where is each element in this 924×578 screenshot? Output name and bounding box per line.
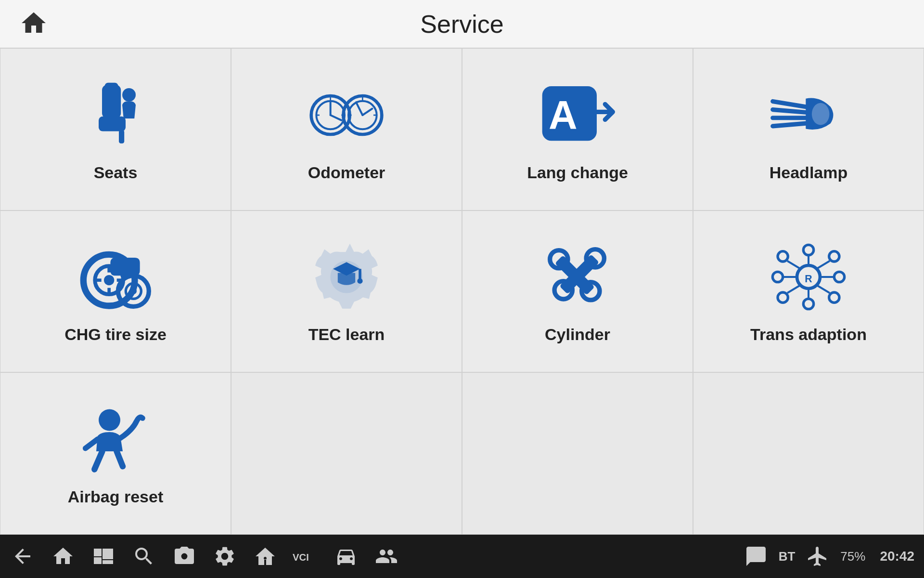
lang-change-icon: A — [539, 77, 616, 154]
svg-text:A: A — [549, 93, 578, 138]
time-label: 20:42 — [880, 549, 914, 564]
svg-line-14 — [356, 102, 362, 115]
taskbar-multiwindow-button[interactable] — [90, 543, 116, 569]
trans-adaption-label: Trans adaption — [750, 325, 867, 344]
grid-cell-empty-3 — [693, 372, 924, 535]
header: Service — [0, 0, 924, 48]
taskbar-status: BT 75% 20:42 — [743, 543, 914, 569]
svg-point-49 — [803, 299, 813, 309]
cylinder-icon — [539, 238, 616, 315]
airbag-reset-icon — [77, 401, 154, 478]
grid-cell-empty-2 — [462, 372, 693, 535]
cylinder-label: Cylinder — [545, 325, 610, 344]
svg-line-21 — [773, 101, 806, 106]
grid-cell-cylinder[interactable]: Cylinder — [462, 210, 693, 373]
bt-label: BT — [779, 549, 796, 564]
svg-point-50 — [772, 272, 783, 282]
svg-line-63 — [817, 286, 830, 293]
svg-line-24 — [773, 123, 806, 126]
taskbar-left: VCI — [10, 543, 399, 569]
headlamp-label: Headlamp — [770, 163, 848, 182]
taskbar: VCI BT 75% 20:4 — [0, 535, 924, 578]
svg-line-8 — [331, 115, 342, 120]
chg-tire-size-icon — [77, 238, 154, 315]
grid-cell-odometer[interactable]: Odometer — [231, 48, 462, 210]
svg-point-25 — [812, 103, 830, 125]
grid-cell-headlamp[interactable]: Headlamp — [693, 48, 924, 210]
taskbar-airplane-icon — [805, 543, 831, 569]
grid-cell-seats[interactable]: Seats — [0, 48, 231, 210]
battery-label: 75% — [840, 549, 865, 564]
page-title: Service — [420, 10, 503, 39]
grid-cell-tec-learn[interactable]: TEC learn — [231, 210, 462, 373]
svg-point-64 — [99, 409, 120, 431]
svg-text:VCI: VCI — [293, 552, 309, 563]
odometer-label: Odometer — [308, 163, 385, 182]
svg-point-4 — [122, 88, 136, 102]
svg-point-28 — [104, 275, 114, 285]
svg-point-35 — [130, 288, 137, 294]
grid-cell-empty-1 — [231, 372, 462, 535]
grid-cell-chg-tire-size[interactable]: CHG tire size — [0, 210, 231, 373]
svg-line-15 — [362, 108, 372, 115]
svg-line-65 — [94, 451, 102, 470]
svg-point-39 — [357, 278, 362, 284]
lang-change-label: Lang change — [527, 163, 628, 182]
seats-icon — [77, 77, 154, 154]
taskbar-search-button[interactable] — [131, 543, 157, 569]
taskbar-camera-button[interactable] — [171, 543, 197, 569]
svg-point-54 — [778, 292, 788, 302]
svg-line-67 — [86, 439, 98, 448]
svg-rect-2 — [119, 130, 124, 144]
svg-point-51 — [834, 272, 844, 282]
svg-rect-3 — [105, 83, 118, 92]
taskbar-settings-button[interactable] — [212, 543, 238, 569]
taskbar-message-icon — [743, 543, 769, 569]
tec-learn-icon — [308, 238, 385, 315]
seats-label: Seats — [94, 163, 138, 182]
svg-line-66 — [117, 451, 123, 466]
grid-cell-trans-adaption[interactable]: R Trans adapt — [693, 210, 924, 373]
grid-cell-lang-change[interactable]: A Lang change — [462, 48, 693, 210]
svg-point-53 — [829, 251, 839, 262]
svg-line-62 — [787, 286, 800, 293]
taskbar-profile-button[interactable] — [373, 543, 399, 569]
home-button[interactable] — [19, 9, 48, 39]
svg-point-55 — [829, 292, 839, 302]
chg-tire-size-label: CHG tire size — [64, 325, 167, 344]
taskbar-home-button[interactable] — [50, 543, 76, 569]
headlamp-icon — [770, 77, 847, 154]
grid-cell-airbag-reset[interactable]: Airbag reset — [0, 372, 231, 535]
svg-line-22 — [773, 109, 806, 112]
svg-text:R: R — [805, 273, 812, 285]
trans-adaption-icon: R — [770, 238, 847, 315]
odometer-icon — [308, 77, 385, 154]
svg-line-60 — [787, 261, 800, 269]
taskbar-vci-button[interactable]: VCI — [293, 543, 319, 569]
service-grid: Seats — [0, 48, 924, 535]
svg-point-48 — [803, 245, 813, 255]
svg-rect-1 — [99, 117, 126, 131]
tec-learn-label: TEC learn — [308, 325, 385, 344]
back-button[interactable] — [10, 543, 36, 569]
airbag-reset-label: Airbag reset — [68, 487, 163, 506]
taskbar-building-button[interactable] — [252, 543, 278, 569]
svg-point-52 — [778, 251, 788, 262]
svg-line-61 — [817, 261, 830, 269]
taskbar-car-button[interactable] — [333, 543, 359, 569]
